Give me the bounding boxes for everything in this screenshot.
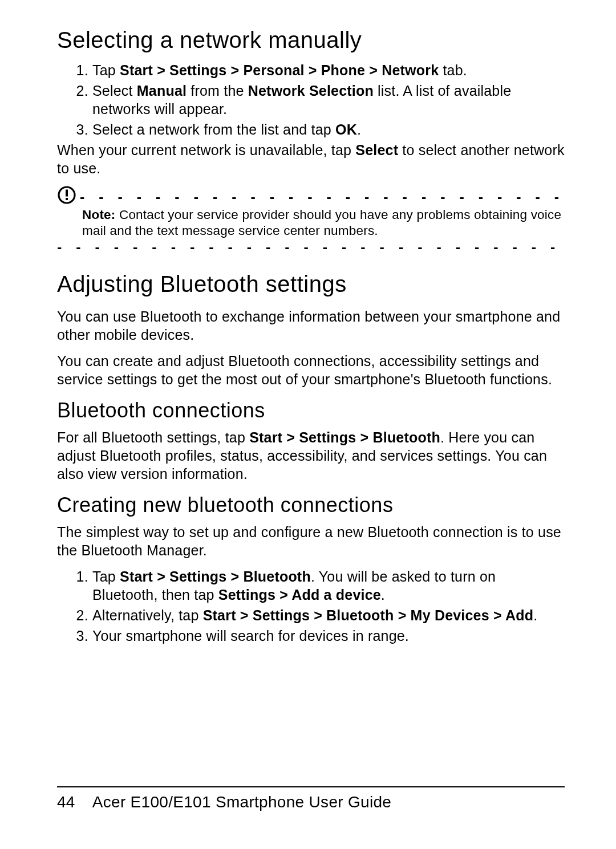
footer-line: 44Acer E100/E101 Smartphone User Guide xyxy=(57,793,565,811)
paragraph-network-unavailable: When your current network is unavailable… xyxy=(57,141,565,177)
page-footer: 44Acer E100/E101 Smartphone User Guide xyxy=(57,786,565,811)
bold-text: Manual xyxy=(137,83,187,99)
text: Tap xyxy=(92,62,120,78)
bold-text: Start > Settings > Personal > Phone > Ne… xyxy=(120,62,439,78)
document-page: Selecting a network manually Tap Start >… xyxy=(0,0,616,849)
heading-create-bluetooth: Creating new bluetooth connections xyxy=(57,493,565,517)
bold-text: Start > Settings > Bluetooth > My Device… xyxy=(203,607,533,623)
text: Select xyxy=(92,83,137,99)
paragraph-create-bluetooth-intro: The simplest way to set up and configure… xyxy=(57,523,565,559)
bold-text: Start > Settings > Bluetooth xyxy=(249,429,440,445)
text: tab. xyxy=(439,62,467,78)
dashed-rule-top: - - - - - - - - - - - - - - - - - - - - … xyxy=(80,190,565,204)
list-item: Tap Start > Settings > Bluetooth. You wi… xyxy=(92,567,565,604)
footer-title: Acer E100/E101 Smartphone User Guide xyxy=(92,793,391,811)
paragraph-bluetooth-connections: For all Bluetooth settings, tap Start > … xyxy=(57,428,565,483)
text: Select a network from the list and tap xyxy=(92,121,335,137)
text: . xyxy=(381,587,385,603)
steps-create-bluetooth: Tap Start > Settings > Bluetooth. You wi… xyxy=(57,567,565,645)
list-item: Tap Start > Settings > Personal > Phone … xyxy=(92,61,565,79)
bold-text: Select xyxy=(355,142,398,158)
steps-select-network: Tap Start > Settings > Personal > Phone … xyxy=(57,61,565,139)
list-item: Select a network from the list and tap O… xyxy=(92,120,565,139)
text: . xyxy=(357,121,361,137)
list-item: Select Manual from the Network Selection… xyxy=(92,82,565,118)
bold-text: Settings > Add a device xyxy=(218,587,381,603)
list-item: Your smartphone will search for devices … xyxy=(92,627,565,645)
bold-text: Network Selection xyxy=(248,83,374,99)
text: Alternatively, tap xyxy=(92,607,203,623)
text: For all Bluetooth settings, tap xyxy=(57,429,249,445)
page-number: 44 xyxy=(57,793,75,811)
alert-icon xyxy=(57,185,76,205)
text: Tap xyxy=(92,568,120,584)
footer-rule xyxy=(57,786,565,787)
note-label: Note: xyxy=(82,208,116,222)
paragraph-bluetooth-intro-1: You can use Bluetooth to exchange inform… xyxy=(57,307,565,344)
text: Contact your service provider should you… xyxy=(82,208,561,238)
dashed-rule-bottom: - - - - - - - - - - - - - - - - - - - - … xyxy=(57,240,565,254)
note-text: Note: Contact your service provider shou… xyxy=(82,207,565,239)
heading-adjust-bluetooth: Adjusting Bluetooth settings xyxy=(57,271,565,297)
heading-select-network: Selecting a network manually xyxy=(57,27,565,53)
paragraph-bluetooth-intro-2: You can create and adjust Bluetooth conn… xyxy=(57,352,565,388)
bold-text: Start > Settings > Bluetooth xyxy=(120,568,311,584)
heading-bluetooth-connections: Bluetooth connections xyxy=(57,399,565,423)
text: from the xyxy=(187,83,248,99)
list-item: Alternatively, tap Start > Settings > Bl… xyxy=(92,606,565,624)
text: When your current network is unavailable… xyxy=(57,142,355,158)
svg-rect-2 xyxy=(66,198,68,200)
text: . xyxy=(533,607,537,623)
bold-text: OK xyxy=(335,121,357,137)
svg-rect-1 xyxy=(66,190,68,197)
note-box: - - - - - - - - - - - - - - - - - - - - … xyxy=(57,185,565,254)
